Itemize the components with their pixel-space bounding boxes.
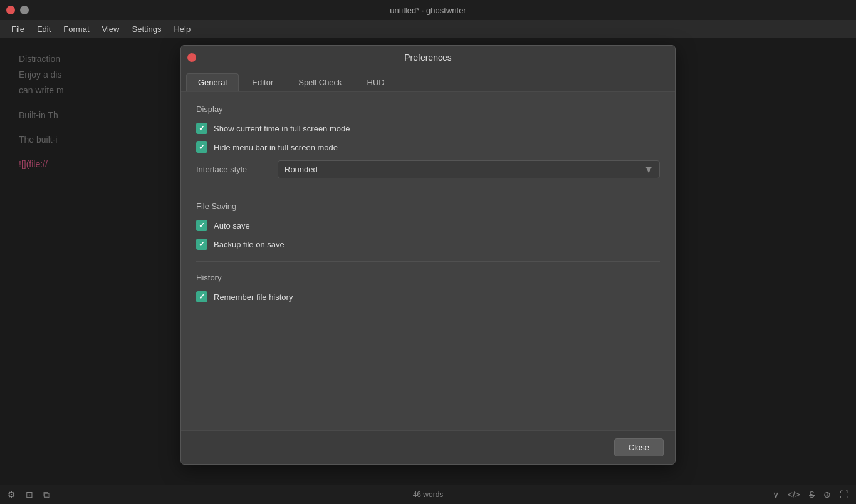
title-bar: untitled* · ghostwriter — [0, 0, 856, 20]
file-saving-section-title: File Saving — [196, 202, 660, 211]
settings-icon[interactable]: ⚙ — [8, 490, 16, 500]
copy-icon[interactable]: ⧉ — [43, 490, 50, 500]
checkbox-backup-save-label: Backup file on save — [214, 240, 284, 249]
window-controls — [6, 6, 29, 14]
close-button[interactable]: Close — [614, 438, 664, 456]
interface-style-select-wrapper: Rounded Square Traditional ▼ — [278, 160, 660, 178]
menu-help[interactable]: Help — [167, 22, 197, 36]
checkbox-hide-menu[interactable]: Hide menu bar in full screen mode — [196, 141, 660, 153]
checkbox-remember-history[interactable]: Remember file history — [196, 291, 660, 302]
strikethrough-icon[interactable]: S̶ — [809, 490, 815, 500]
checkbox-auto-save[interactable]: Auto save — [196, 220, 660, 231]
checkbox-auto-save-box[interactable] — [196, 220, 207, 231]
checkbox-hide-menu-label: Hide menu bar in full screen mode — [214, 143, 338, 152]
checkbox-backup-save-box[interactable] — [196, 239, 207, 250]
dialog-title: Preferences — [404, 53, 451, 63]
chevron-down-icon[interactable]: ∨ — [773, 490, 779, 500]
checkbox-backup-save[interactable]: Backup file on save — [196, 239, 660, 250]
menu-file[interactable]: File — [5, 22, 31, 36]
tab-hud[interactable]: HUD — [355, 73, 397, 91]
status-left: ⚙ ⊡ ⧉ — [8, 490, 50, 500]
exit-fullscreen-icon[interactable]: ⊡ — [26, 490, 33, 500]
status-bar: ⚙ ⊡ ⧉ 46 words ∨ </> S̶ ⊕ ⛶ — [0, 485, 856, 504]
checkbox-hide-menu-box[interactable] — [196, 141, 207, 153]
globe-icon[interactable]: ⊕ — [823, 490, 831, 500]
menu-bar: File Edit Format View Settings Help — [0, 20, 856, 39]
word-count: 46 words — [413, 490, 444, 499]
status-right: ∨ </> S̶ ⊕ ⛶ — [773, 490, 848, 500]
fullscreen-icon[interactable]: ⛶ — [840, 490, 848, 500]
checkbox-remember-history-box[interactable] — [196, 291, 207, 302]
checkbox-show-time-label: Show current time in full screen mode — [214, 124, 350, 133]
display-section-title: Display — [196, 105, 660, 114]
menu-edit[interactable]: Edit — [31, 22, 57, 36]
dialog-close-button[interactable] — [187, 53, 196, 62]
divider-2 — [196, 261, 660, 262]
preferences-dialog: Preferences General Editor Spell Check H… — [180, 45, 676, 465]
tabs-bar: General Editor Spell Check HUD — [181, 69, 675, 92]
checkbox-show-time-box[interactable] — [196, 123, 207, 134]
dialog-title-bar: Preferences — [181, 46, 675, 69]
menu-view[interactable]: View — [96, 22, 126, 36]
close-window-button[interactable] — [6, 6, 15, 14]
modal-backdrop: Preferences General Editor Spell Check H… — [0, 39, 856, 485]
dialog-content: Display Show current time in full screen… — [181, 92, 675, 430]
checkbox-auto-save-label: Auto save — [214, 221, 250, 230]
menu-settings[interactable]: Settings — [125, 22, 167, 36]
divider-1 — [196, 190, 660, 190]
tab-editor[interactable]: Editor — [240, 73, 285, 91]
menu-format[interactable]: Format — [57, 22, 95, 36]
tab-general[interactable]: General — [186, 73, 239, 91]
window-title: untitled* · ghostwriter — [390, 6, 466, 15]
code-icon[interactable]: </> — [788, 490, 800, 500]
minimize-window-button[interactable] — [20, 6, 29, 14]
interface-style-select[interactable]: Rounded Square Traditional — [278, 160, 660, 178]
interface-style-field: Interface style Rounded Square Tradition… — [196, 160, 660, 178]
dialog-footer: Close — [181, 430, 675, 464]
interface-style-label: Interface style — [196, 165, 278, 174]
tab-spell-check[interactable]: Spell Check — [286, 73, 353, 91]
history-section-title: History — [196, 273, 660, 282]
checkbox-remember-history-label: Remember file history — [214, 292, 293, 302]
checkbox-show-time[interactable]: Show current time in full screen mode — [196, 123, 660, 134]
